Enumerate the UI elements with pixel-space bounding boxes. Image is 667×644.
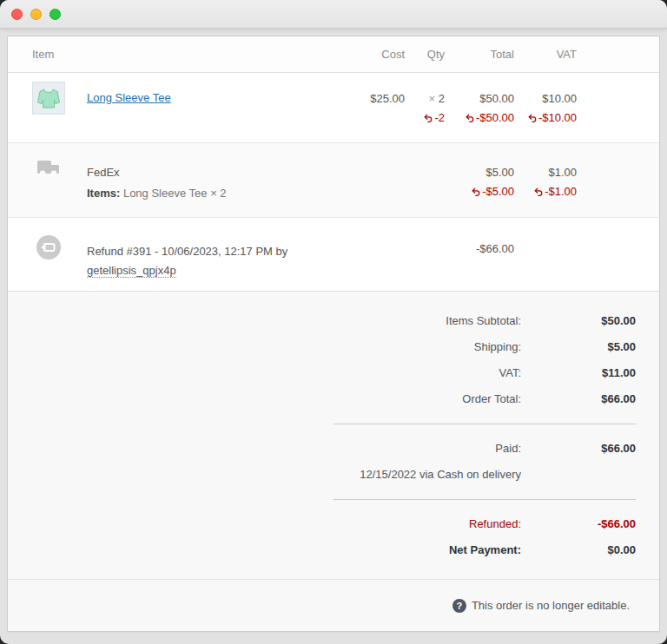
- product-vat: $10.00: [514, 92, 577, 105]
- shipping-refunded-vat: -$1.00: [514, 185, 577, 198]
- product-refunded-vat: -$10.00: [514, 111, 577, 124]
- titlebar: [0, 0, 667, 29]
- total-row-shipping: Shipping: $5.00: [334, 334, 636, 360]
- column-header-total: Total: [445, 36, 514, 73]
- table-row-refund: Refund #391 - 10/06/2023, 12:17 PM by ge…: [8, 218, 659, 292]
- product-thumbnail: [32, 82, 65, 115]
- order-window: Item Cost Qty Total VAT: [0, 0, 667, 644]
- product-total: $50.00: [445, 92, 514, 105]
- undo-arrow-icon: [528, 114, 537, 122]
- product-refunded-qty: -2: [405, 111, 445, 124]
- refund-user: getellipsis_qpjx4p: [87, 264, 176, 278]
- column-header-vat: VAT: [514, 36, 577, 73]
- total-row-paid: Paid: $66.00: [334, 436, 636, 462]
- undo-arrow-icon: [424, 114, 433, 122]
- column-header-cost: Cost: [327, 36, 405, 73]
- column-header-item: Item: [8, 36, 327, 73]
- product-name-link[interactable]: Long Sleeve Tee: [87, 91, 171, 104]
- maximize-window-button[interactable]: [50, 9, 61, 20]
- shipping-items-summary: Items: Long Sleeve Tee × 2: [87, 187, 227, 200]
- table-header-row: Item Cost Qty Total VAT: [8, 36, 659, 73]
- product-name-link-wrap: Long Sleeve Tee: [87, 91, 171, 115]
- shipping-truck-icon: [32, 159, 65, 200]
- long-sleeve-tee-image: [34, 83, 63, 113]
- column-header-qty: Qty: [405, 36, 445, 73]
- table-row-shipping: FedEx Items: Long Sleeve Tee × 2 $5.00: [8, 143, 659, 218]
- shipping-vat: $1.00: [514, 166, 577, 179]
- product-qty: × 2: [405, 92, 445, 105]
- paid-date-note: 12/15/2022 via Cash on delivery: [334, 462, 636, 488]
- undo-arrow-icon: [534, 187, 543, 196]
- order-footer: ? This order is no longer editable.: [8, 579, 659, 631]
- order-totals-section: Items Subtotal: $50.00 Shipping: $5.00 V…: [8, 291, 659, 579]
- refund-description: Refund #391 - 10/06/2023, 12:17 PM by ge…: [87, 242, 327, 280]
- product-cost: $25.00: [370, 92, 405, 105]
- shipping-total: $5.00: [445, 166, 514, 179]
- order-items-table: Item Cost Qty Total VAT: [8, 36, 659, 291]
- refund-amount: -$66.00: [476, 242, 514, 255]
- order-items-panel: Item Cost Qty Total VAT: [7, 36, 660, 632]
- help-icon: ?: [452, 599, 466, 613]
- refund-circle-icon: [32, 235, 65, 280]
- total-row-items-subtotal: Items Subtotal: $50.00: [334, 308, 636, 334]
- close-window-button[interactable]: [11, 9, 23, 20]
- table-row-product: Long Sleeve Tee $25.00 × 2: [8, 73, 659, 143]
- order-not-editable-message: This order is no longer editable.: [472, 599, 630, 612]
- undo-arrow-icon: [472, 187, 480, 196]
- column-header-actions: [577, 36, 659, 73]
- total-row-order-total: Order Total: $66.00: [334, 386, 636, 412]
- page-background: Item Cost Qty Total VAT: [0, 29, 667, 644]
- shipping-method-name: FedEx: [87, 166, 227, 179]
- minimize-window-button[interactable]: [30, 9, 42, 20]
- product-refunded-total: -$50.00: [445, 111, 514, 124]
- total-row-refunded: Refunded: -$66.00: [334, 511, 636, 537]
- totals-divider: [334, 424, 636, 424]
- undo-arrow-icon: [466, 114, 474, 122]
- total-row-vat: VAT: $11.00: [334, 360, 636, 386]
- totals-divider: [334, 499, 636, 500]
- total-row-net-payment: Net Payment: $0.00: [334, 537, 636, 563]
- shipping-refunded-total: -$5.00: [445, 185, 514, 198]
